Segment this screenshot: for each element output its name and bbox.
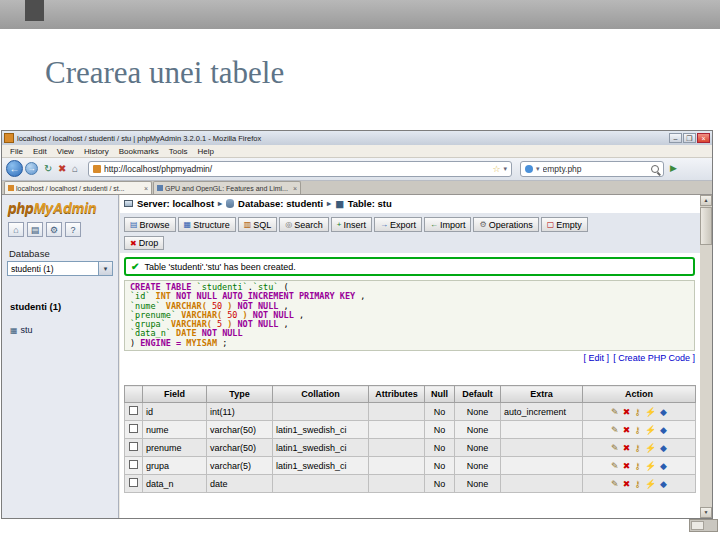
drop-icon[interactable]: ✖	[623, 479, 631, 489]
drop-icon[interactable]: ✖	[623, 425, 631, 435]
sidebar-table-stu[interactable]: ▦ stu	[10, 325, 33, 335]
change-icon[interactable]: ✎	[611, 407, 619, 417]
maximize-button[interactable]: ❒	[683, 133, 696, 143]
change-icon[interactable]: ✎	[611, 461, 619, 471]
menu-view[interactable]: View	[52, 147, 79, 156]
window-titlebar[interactable]: localhost / localhost / studenti / stu |…	[2, 131, 712, 145]
result-link[interactable]: [ Create PHP Code ]	[613, 353, 695, 363]
row-checkbox[interactable]	[129, 442, 138, 451]
drop-icon[interactable]: ✖	[623, 461, 631, 471]
back-button[interactable]: ←	[6, 160, 23, 177]
result-link[interactable]: [ Edit ]	[584, 353, 610, 363]
menu-edit[interactable]: Edit	[28, 147, 52, 156]
database-select[interactable]: studenti (1) ▾	[7, 261, 113, 276]
breadcrumb-database[interactable]: Database: studenti	[238, 198, 323, 209]
menu-help[interactable]: Help	[192, 147, 218, 156]
tab-favicon	[8, 185, 14, 191]
menu-file[interactable]: File	[5, 147, 28, 156]
column-header-null: Null	[425, 386, 455, 403]
tab-insert[interactable]: +Insert	[331, 217, 372, 232]
tab-structure[interactable]: ▦Structure	[178, 217, 236, 232]
horizontal-scrollbar-thumb[interactable]	[691, 521, 704, 530]
minimize-button[interactable]: –	[669, 133, 682, 143]
primary-icon[interactable]: ⚷	[634, 461, 641, 471]
search-engine-dropdown-icon[interactable]: ▾	[536, 165, 540, 173]
primary-icon[interactable]: ⚷	[634, 425, 641, 435]
tab-import[interactable]: ←Import	[424, 217, 472, 232]
tab-export[interactable]: →Export	[374, 217, 422, 232]
url-input[interactable]: http://localhost/phpmyadmin/	[104, 164, 489, 174]
menu-bookmarks[interactable]: Bookmarks	[114, 147, 164, 156]
address-bar[interactable]: http://localhost/phpmyadmin/ ☆ ▾	[88, 161, 512, 177]
bookmark-star-icon[interactable]: ☆	[492, 164, 500, 174]
close-tab-icon[interactable]: ×	[293, 185, 297, 192]
reload-icon[interactable]: ↻	[44, 162, 52, 176]
index-icon[interactable]: ⚡	[645, 425, 656, 435]
scroll-up-icon[interactable]: ▲	[700, 195, 712, 206]
window-controls: – ❒ ×	[669, 133, 710, 143]
tab-favicon	[157, 185, 163, 191]
browser-tab-1[interactable]: localhost / localhost / studenti / st...…	[4, 181, 152, 194]
row-checkbox[interactable]	[129, 460, 138, 469]
cell-field: data_n	[143, 475, 207, 493]
change-icon[interactable]: ✎	[611, 479, 619, 489]
cell-collation: latin1_swedish_ci	[273, 439, 369, 457]
history-dropdown-icon[interactable]: ▾	[503, 165, 507, 173]
unique-icon[interactable]: ◆	[660, 425, 667, 435]
search-engine-icon[interactable]	[525, 165, 533, 173]
close-button[interactable]: ×	[697, 133, 710, 143]
vertical-scrollbar[interactable]: ▲ ▼	[700, 195, 712, 518]
unique-icon[interactable]: ◆	[660, 461, 667, 471]
settings-icon[interactable]: ⚙	[46, 222, 62, 237]
stop-icon[interactable]: ✖	[58, 162, 66, 176]
search-icon[interactable]	[651, 165, 659, 173]
primary-icon[interactable]: ⚷	[634, 479, 641, 489]
scrollbar-thumb[interactable]	[700, 207, 712, 245]
index-icon[interactable]: ⚡	[645, 479, 656, 489]
menu-tools[interactable]: Tools	[164, 147, 193, 156]
field-row-id: idint(11)NoNoneauto_increment✎✖⚷⚡◆	[125, 403, 696, 421]
row-checkbox[interactable]	[129, 406, 138, 415]
row-checkbox[interactable]	[129, 478, 138, 487]
drop-icon[interactable]: ✖	[623, 407, 631, 417]
row-checkbox[interactable]	[129, 424, 138, 433]
unique-icon[interactable]: ◆	[660, 443, 667, 453]
forward-button[interactable]: →	[25, 162, 38, 175]
tab-operations[interactable]: ⚙Operations	[473, 217, 538, 232]
sidebar-database-link[interactable]: studenti (1)	[10, 301, 61, 312]
pma-tab-label: Structure	[193, 220, 230, 230]
browser-tab-2[interactable]: GPU and OpenGL: Features and Limi...×	[153, 181, 301, 194]
unique-icon[interactable]: ◆	[660, 407, 667, 417]
tab-browse[interactable]: ▤Browse	[124, 217, 176, 232]
breadcrumb-server[interactable]: Server: localhost	[137, 198, 214, 209]
search-bar[interactable]: ▾ empty.php	[520, 161, 664, 177]
index-icon[interactable]: ⚡	[645, 443, 656, 453]
close-tab-icon[interactable]: ×	[144, 185, 148, 192]
index-icon[interactable]: ⚡	[645, 407, 656, 417]
database-label: Database	[9, 248, 50, 259]
primary-icon[interactable]: ⚷	[634, 407, 641, 417]
docs-icon[interactable]: ?	[65, 222, 81, 237]
cell-null: No	[425, 421, 455, 439]
go-icon[interactable]: ▶	[670, 163, 677, 173]
tab-drop[interactable]: ✖ Drop	[124, 236, 164, 250]
horizontal-scrollbar[interactable]	[689, 519, 718, 532]
change-icon[interactable]: ✎	[611, 443, 619, 453]
tab-empty[interactable]: ▢Empty	[541, 217, 588, 232]
drop-icon[interactable]: ✖	[623, 443, 631, 453]
change-icon[interactable]: ✎	[611, 425, 619, 435]
menu-history[interactable]: History	[79, 147, 114, 156]
tab-sql[interactable]: ▥SQL	[238, 217, 278, 232]
breadcrumb-table[interactable]: Table: stu	[348, 198, 392, 209]
index-icon[interactable]: ⚡	[645, 461, 656, 471]
home-icon[interactable]: ⌂	[8, 222, 24, 237]
query-window-icon[interactable]: ▤	[27, 222, 43, 237]
scroll-down-icon[interactable]: ▼	[700, 507, 712, 518]
cell-attributes	[369, 475, 425, 493]
unique-icon[interactable]: ◆	[660, 479, 667, 489]
primary-icon[interactable]: ⚷	[634, 443, 641, 453]
search-input[interactable]: empty.php	[543, 164, 648, 174]
home-icon[interactable]: ⌂	[72, 162, 78, 176]
chevron-down-icon[interactable]: ▾	[98, 262, 112, 275]
tab-search[interactable]: ◎Search	[279, 217, 329, 232]
